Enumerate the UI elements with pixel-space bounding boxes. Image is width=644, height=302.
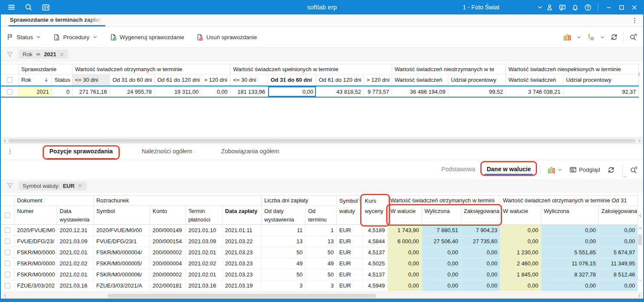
col-wyliczona-1[interactable]: Wyliczona (422, 206, 461, 224)
search-filter-icon[interactable] (630, 33, 637, 41)
cell-zaksiegowana-1[interactable]: 0,00 (461, 247, 500, 258)
cell-o-120[interactable]: 0,00 (202, 86, 231, 97)
cell-wyliczona-1[interactable]: 0,00 (422, 247, 461, 258)
cell-zaksiegowana-1[interactable]: 0,00 (461, 269, 500, 280)
filter-chip-rok[interactable]: Rok 2021 (19, 50, 68, 59)
cell-data-wystawienia[interactable]: 2021.02.01 (57, 269, 94, 280)
cell-konto[interactable]: 200/000154 (150, 236, 186, 247)
table-row[interactable]: 2020/FVUE/M0 2020.12.31 2020/FVUE/M0/00 … (1, 225, 638, 236)
refresh-icon[interactable] (610, 33, 618, 41)
cell-s-30dni[interactable]: 181 133,96 (231, 86, 268, 97)
col-konto[interactable]: Konto (150, 206, 186, 224)
cell-data-wystawienia[interactable]: 2021.03.16 (57, 280, 94, 291)
cell-zaksiegowana-1[interactable]: 0,00 (461, 280, 500, 291)
maximize-button[interactable] (615, 1, 628, 13)
cell-kurs[interactable]: 4,5189 (362, 225, 388, 236)
col-wyliczona-2[interactable]: Wyliczona (541, 206, 599, 224)
chevron-down-icon[interactable] (537, 4, 543, 10)
cell-wyliczona-2[interactable]: 8 327,78 (541, 269, 599, 280)
cell-waluta[interactable]: EUR (337, 247, 362, 258)
col-termin-platnosci[interactable]: Termin płatności (186, 206, 222, 224)
cell-status[interactable]: 0 (52, 86, 72, 97)
cell-wyliczona-2[interactable]: 11 076,15 (541, 258, 599, 269)
table-row[interactable]: FSKR/M0/0000 2021.02.02 FSKR/M0/000005/ … (1, 258, 638, 269)
cell-symbol[interactable]: FSKR/M0/000005/ (94, 258, 150, 269)
cell-w-walucie-2[interactable]: 2 460,00 (500, 258, 541, 269)
cell-data-zaplaty[interactable]: 2021.03.22 (222, 236, 262, 247)
chevron-left-icon[interactable] (636, 72, 642, 77)
view-podstawowa-button[interactable]: Podstawowa (439, 164, 477, 175)
cell-od-daty[interactable]: 50 (262, 247, 306, 258)
cell-rok[interactable]: 2021 (19, 86, 52, 97)
cell-w-walucie-1[interactable]: 0,00 (388, 247, 422, 258)
cell-od-daty[interactable]: 13 (262, 236, 306, 247)
cell-data-wystawienia[interactable]: 2021.02.01 (57, 247, 94, 258)
col-niespelnione-udzial[interactable]: Udział procentowy (563, 75, 639, 85)
col-wyceny[interactable]: wyceny (362, 206, 388, 224)
chat-icon[interactable] (556, 1, 569, 13)
cell-wyliczona-2[interactable]: 0,00 (541, 280, 599, 291)
cell-waluta[interactable]: EUR (337, 280, 362, 291)
cell-wyliczona-2[interactable]: 5 551,85 (541, 247, 599, 258)
col-data-wystawienia[interactable]: Data wystawienia (57, 206, 94, 224)
chevron-down-icon[interactable] (577, 35, 581, 40)
table-row[interactable]: FZUE/3/03/202 2021.03.16 FZUE/3/03/2021/… (1, 280, 638, 291)
cell-waluta[interactable]: EUR (337, 258, 362, 269)
tab-zobowiazania-ogolem[interactable]: Zobowiązania ogółem (219, 144, 281, 160)
search-filter-icon[interactable] (630, 166, 638, 174)
cell-wyliczona-2[interactable]: 0,00 (541, 225, 599, 236)
menu-icon[interactable] (5, 1, 18, 13)
cell-s-31-60-focused[interactable]: 0,00 (268, 86, 316, 97)
cell-data-zaplaty[interactable]: 2021.01.11 (222, 225, 262, 236)
news-icon[interactable] (39, 1, 52, 13)
h-scrollbar-thumb[interactable] (9, 139, 635, 143)
cell-data-wystawienia[interactable]: 2021.03.09 (57, 236, 94, 247)
preview-button[interactable]: Podgląd (569, 166, 600, 173)
generate-report-button[interactable]: Wygeneruj sprawozdanie (110, 34, 184, 41)
warning-gear-icon[interactable] (587, 33, 595, 41)
cell-zaksiegowana-2[interactable]: 8 512,46 (599, 269, 638, 280)
cell-data-wystawienia[interactable]: 2020.12.31 (57, 225, 94, 236)
cell-zaksiegowana-2[interactable]: 0,00 (599, 225, 638, 236)
minimize-button[interactable] (602, 1, 615, 13)
chevron-down-icon[interactable] (600, 35, 605, 40)
cell-numer[interactable]: FZUE/3/03/202 (14, 280, 57, 291)
col-zaksiegowana-2[interactable]: Zaksięgowana (599, 206, 638, 224)
scroll-down-icon[interactable] (637, 278, 643, 283)
cell-symbol[interactable]: FSKR/M0/000006/ (94, 269, 150, 280)
refresh-icon[interactable] (607, 166, 615, 174)
table-row[interactable]: 2021 0 271 761,16 24 955,78 19 311,00 0,… (1, 86, 639, 98)
tab-naleznosci-ogolem[interactable]: Należności ogółem (140, 144, 194, 160)
cell-od-daty[interactable]: 49 (262, 258, 306, 269)
cell-waluta[interactable]: EUR (337, 225, 362, 236)
cell-konto[interactable]: 200/000004 (150, 258, 186, 269)
cell-w-walucie-2[interactable]: 0,00 (500, 225, 541, 236)
cell-nieotrzymane-wartosc[interactable]: 36 486 194,09 (392, 86, 448, 97)
company-selector[interactable]: 1 - Foto Świat (463, 4, 543, 11)
table-row[interactable]: FSKR/M0/0000 2021.02.01 FSKR/M0/000006/ … (1, 269, 638, 280)
cell-kurs[interactable]: 4,5025 (362, 258, 388, 269)
funnel-icon[interactable] (6, 51, 13, 58)
cell-od-daty[interactable]: 11 (262, 225, 306, 236)
cell-od-terminu[interactable]: 1 (306, 225, 337, 236)
cell-termin-platnosci[interactable]: 2021.02.02 (186, 258, 222, 269)
collapse-panel-icon[interactable] (620, 174, 630, 179)
tab-sprawozdanie[interactable]: Sprawozdanie o terminach zapłaty (9, 14, 105, 26)
row-checkbox[interactable] (5, 283, 10, 288)
cell-data-zaplaty[interactable]: 2021.03.23 (222, 258, 262, 269)
col-niespelnione-wartosc[interactable]: Wartość świadczeń (506, 75, 563, 85)
bar-chart-icon[interactable] (563, 33, 571, 41)
cell-konto[interactable]: 202/000181 (150, 280, 186, 291)
col-data-zaplaty[interactable]: Data zapłaty (222, 206, 262, 224)
cell-w-walucie-1[interactable]: 6 000,00 (388, 236, 422, 247)
cell-wyliczona-1[interactable]: 27 506,40 (422, 236, 461, 247)
cell-w-walucie-1[interactable]: 0,00 (388, 258, 422, 269)
cell-o-31-60[interactable]: 24 955,78 (110, 86, 155, 97)
positions-grid-vscrollbar[interactable] (637, 193, 643, 292)
cell-zaksiegowana-1[interactable]: 0,00 (461, 258, 500, 269)
filter-chip-symbol-waluty[interactable]: Symbol waluty: EUR (19, 181, 87, 190)
row-checkbox[interactable] (5, 227, 10, 233)
col-w-walucie-1[interactable]: W walucie (388, 206, 422, 224)
col-waluty[interactable]: waluty (337, 206, 362, 224)
col-rok[interactable]: Rok (19, 75, 52, 85)
